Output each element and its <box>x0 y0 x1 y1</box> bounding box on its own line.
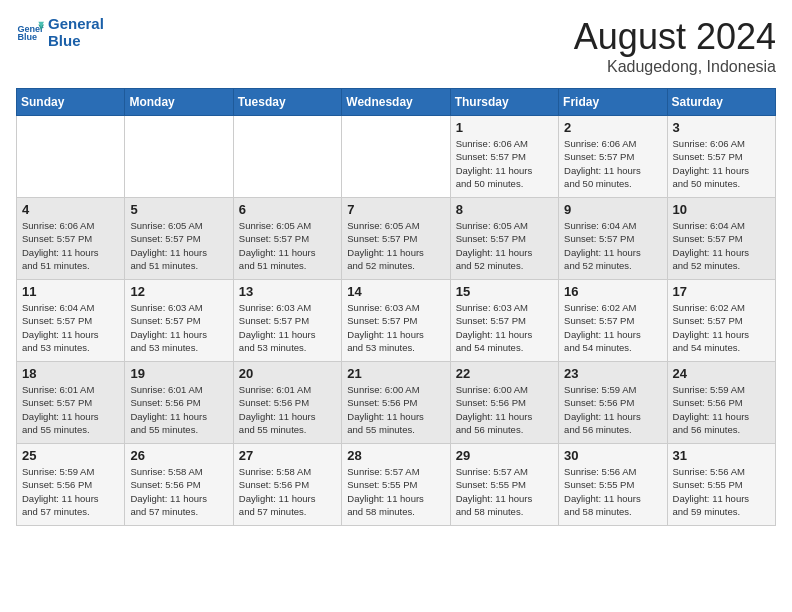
calendar-cell: 20Sunrise: 6:01 AM Sunset: 5:56 PM Dayli… <box>233 362 341 444</box>
day-number: 7 <box>347 202 444 217</box>
calendar-cell: 12Sunrise: 6:03 AM Sunset: 5:57 PM Dayli… <box>125 280 233 362</box>
calendar-cell: 23Sunrise: 5:59 AM Sunset: 5:56 PM Dayli… <box>559 362 667 444</box>
calendar-cell: 25Sunrise: 5:59 AM Sunset: 5:56 PM Dayli… <box>17 444 125 526</box>
calendar-week-row: 25Sunrise: 5:59 AM Sunset: 5:56 PM Dayli… <box>17 444 776 526</box>
weekday-header: Friday <box>559 89 667 116</box>
logo-text-general: General <box>48 16 104 33</box>
calendar-cell: 5Sunrise: 6:05 AM Sunset: 5:57 PM Daylig… <box>125 198 233 280</box>
day-info: Sunrise: 6:03 AM Sunset: 5:57 PM Dayligh… <box>347 301 444 354</box>
day-info: Sunrise: 6:03 AM Sunset: 5:57 PM Dayligh… <box>456 301 553 354</box>
day-info: Sunrise: 6:00 AM Sunset: 5:56 PM Dayligh… <box>456 383 553 436</box>
day-number: 20 <box>239 366 336 381</box>
calendar-cell: 13Sunrise: 6:03 AM Sunset: 5:57 PM Dayli… <box>233 280 341 362</box>
svg-text:Blue: Blue <box>17 32 37 42</box>
day-number: 2 <box>564 120 661 135</box>
day-number: 1 <box>456 120 553 135</box>
day-number: 5 <box>130 202 227 217</box>
calendar-cell: 17Sunrise: 6:02 AM Sunset: 5:57 PM Dayli… <box>667 280 775 362</box>
day-info: Sunrise: 6:01 AM Sunset: 5:56 PM Dayligh… <box>130 383 227 436</box>
calendar-cell: 19Sunrise: 6:01 AM Sunset: 5:56 PM Dayli… <box>125 362 233 444</box>
day-info: Sunrise: 6:04 AM Sunset: 5:57 PM Dayligh… <box>673 219 770 272</box>
calendar-cell: 1Sunrise: 6:06 AM Sunset: 5:57 PM Daylig… <box>450 116 558 198</box>
logo-icon: General Blue <box>16 19 44 47</box>
calendar-subtitle: Kadugedong, Indonesia <box>574 58 776 76</box>
calendar-cell: 30Sunrise: 5:56 AM Sunset: 5:55 PM Dayli… <box>559 444 667 526</box>
weekday-row: SundayMondayTuesdayWednesdayThursdayFrid… <box>17 89 776 116</box>
day-number: 25 <box>22 448 119 463</box>
calendar-cell: 9Sunrise: 6:04 AM Sunset: 5:57 PM Daylig… <box>559 198 667 280</box>
day-number: 14 <box>347 284 444 299</box>
calendar-cell: 8Sunrise: 6:05 AM Sunset: 5:57 PM Daylig… <box>450 198 558 280</box>
weekday-header: Wednesday <box>342 89 450 116</box>
calendar-cell: 6Sunrise: 6:05 AM Sunset: 5:57 PM Daylig… <box>233 198 341 280</box>
calendar-cell: 3Sunrise: 6:06 AM Sunset: 5:57 PM Daylig… <box>667 116 775 198</box>
day-info: Sunrise: 6:04 AM Sunset: 5:57 PM Dayligh… <box>22 301 119 354</box>
calendar-cell: 10Sunrise: 6:04 AM Sunset: 5:57 PM Dayli… <box>667 198 775 280</box>
calendar-cell: 22Sunrise: 6:00 AM Sunset: 5:56 PM Dayli… <box>450 362 558 444</box>
day-info: Sunrise: 6:05 AM Sunset: 5:57 PM Dayligh… <box>130 219 227 272</box>
logo: General Blue General Blue <box>16 16 104 49</box>
day-number: 9 <box>564 202 661 217</box>
calendar-cell: 26Sunrise: 5:58 AM Sunset: 5:56 PM Dayli… <box>125 444 233 526</box>
calendar-week-row: 4Sunrise: 6:06 AM Sunset: 5:57 PM Daylig… <box>17 198 776 280</box>
calendar-cell: 31Sunrise: 5:56 AM Sunset: 5:55 PM Dayli… <box>667 444 775 526</box>
day-info: Sunrise: 6:06 AM Sunset: 5:57 PM Dayligh… <box>456 137 553 190</box>
weekday-header: Saturday <box>667 89 775 116</box>
day-number: 31 <box>673 448 770 463</box>
day-number: 27 <box>239 448 336 463</box>
title-block: August 2024 Kadugedong, Indonesia <box>574 16 776 76</box>
day-number: 8 <box>456 202 553 217</box>
calendar-cell: 11Sunrise: 6:04 AM Sunset: 5:57 PM Dayli… <box>17 280 125 362</box>
calendar-week-row: 11Sunrise: 6:04 AM Sunset: 5:57 PM Dayli… <box>17 280 776 362</box>
calendar-cell <box>17 116 125 198</box>
calendar-cell: 16Sunrise: 6:02 AM Sunset: 5:57 PM Dayli… <box>559 280 667 362</box>
day-info: Sunrise: 5:56 AM Sunset: 5:55 PM Dayligh… <box>564 465 661 518</box>
calendar-body: 1Sunrise: 6:06 AM Sunset: 5:57 PM Daylig… <box>17 116 776 526</box>
page-header: General Blue General Blue August 2024 Ka… <box>16 16 776 76</box>
calendar-table: SundayMondayTuesdayWednesdayThursdayFrid… <box>16 88 776 526</box>
day-number: 17 <box>673 284 770 299</box>
day-info: Sunrise: 5:56 AM Sunset: 5:55 PM Dayligh… <box>673 465 770 518</box>
day-number: 23 <box>564 366 661 381</box>
calendar-cell: 24Sunrise: 5:59 AM Sunset: 5:56 PM Dayli… <box>667 362 775 444</box>
day-number: 12 <box>130 284 227 299</box>
calendar-cell: 18Sunrise: 6:01 AM Sunset: 5:57 PM Dayli… <box>17 362 125 444</box>
day-number: 4 <box>22 202 119 217</box>
day-info: Sunrise: 6:05 AM Sunset: 5:57 PM Dayligh… <box>347 219 444 272</box>
day-info: Sunrise: 6:05 AM Sunset: 5:57 PM Dayligh… <box>456 219 553 272</box>
day-info: Sunrise: 6:06 AM Sunset: 5:57 PM Dayligh… <box>564 137 661 190</box>
calendar-cell: 7Sunrise: 6:05 AM Sunset: 5:57 PM Daylig… <box>342 198 450 280</box>
calendar-cell: 15Sunrise: 6:03 AM Sunset: 5:57 PM Dayli… <box>450 280 558 362</box>
day-info: Sunrise: 5:58 AM Sunset: 5:56 PM Dayligh… <box>130 465 227 518</box>
day-number: 24 <box>673 366 770 381</box>
day-info: Sunrise: 6:06 AM Sunset: 5:57 PM Dayligh… <box>22 219 119 272</box>
day-info: Sunrise: 6:02 AM Sunset: 5:57 PM Dayligh… <box>673 301 770 354</box>
day-info: Sunrise: 6:05 AM Sunset: 5:57 PM Dayligh… <box>239 219 336 272</box>
day-info: Sunrise: 6:02 AM Sunset: 5:57 PM Dayligh… <box>564 301 661 354</box>
day-number: 10 <box>673 202 770 217</box>
calendar-cell <box>233 116 341 198</box>
calendar-cell <box>342 116 450 198</box>
calendar-cell: 14Sunrise: 6:03 AM Sunset: 5:57 PM Dayli… <box>342 280 450 362</box>
day-info: Sunrise: 6:04 AM Sunset: 5:57 PM Dayligh… <box>564 219 661 272</box>
day-info: Sunrise: 6:01 AM Sunset: 5:56 PM Dayligh… <box>239 383 336 436</box>
day-number: 13 <box>239 284 336 299</box>
calendar-cell <box>125 116 233 198</box>
day-number: 3 <box>673 120 770 135</box>
day-info: Sunrise: 5:57 AM Sunset: 5:55 PM Dayligh… <box>347 465 444 518</box>
calendar-cell: 4Sunrise: 6:06 AM Sunset: 5:57 PM Daylig… <box>17 198 125 280</box>
day-number: 21 <box>347 366 444 381</box>
day-info: Sunrise: 5:57 AM Sunset: 5:55 PM Dayligh… <box>456 465 553 518</box>
calendar-cell: 21Sunrise: 6:00 AM Sunset: 5:56 PM Dayli… <box>342 362 450 444</box>
calendar-week-row: 18Sunrise: 6:01 AM Sunset: 5:57 PM Dayli… <box>17 362 776 444</box>
calendar-cell: 2Sunrise: 6:06 AM Sunset: 5:57 PM Daylig… <box>559 116 667 198</box>
day-number: 29 <box>456 448 553 463</box>
day-number: 16 <box>564 284 661 299</box>
day-info: Sunrise: 5:58 AM Sunset: 5:56 PM Dayligh… <box>239 465 336 518</box>
calendar-title: August 2024 <box>574 16 776 58</box>
weekday-header: Tuesday <box>233 89 341 116</box>
day-number: 26 <box>130 448 227 463</box>
calendar-cell: 28Sunrise: 5:57 AM Sunset: 5:55 PM Dayli… <box>342 444 450 526</box>
day-info: Sunrise: 5:59 AM Sunset: 5:56 PM Dayligh… <box>673 383 770 436</box>
weekday-header: Monday <box>125 89 233 116</box>
